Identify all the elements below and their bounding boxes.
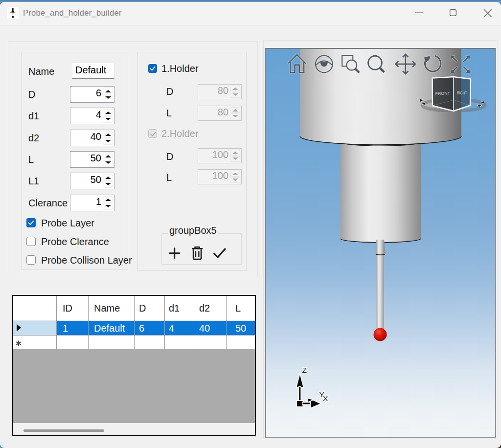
svg-text:X: X <box>323 394 328 403</box>
svg-text:FRONT: FRONT <box>435 90 451 96</box>
svg-text:Z: Z <box>302 366 307 374</box>
svg-text:RIGHT: RIGHT <box>457 90 467 96</box>
